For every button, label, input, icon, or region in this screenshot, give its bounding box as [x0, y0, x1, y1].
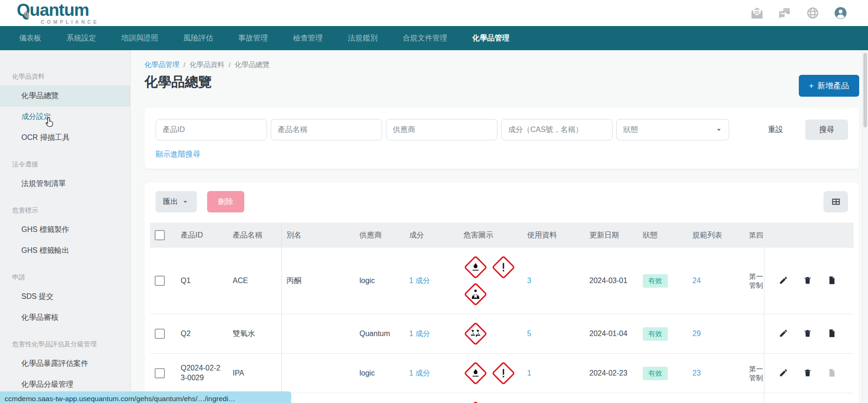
row-checkbox[interactable]: [155, 276, 165, 286]
search-button[interactable]: 搜尋: [805, 119, 848, 140]
cell-class4: [749, 393, 764, 403]
table-row: Q2雙氧水Quantum1 成分52024-01-04有效29: [150, 314, 854, 354]
grid-icon: [831, 197, 841, 207]
breadcrumb-item[interactable]: 化學品管理: [144, 60, 179, 69]
select-checkbox: [150, 314, 176, 353]
nav-item-2[interactable]: 系統設定: [54, 26, 109, 50]
cell-updated-date: 2024-03-01: [585, 248, 638, 314]
globe-icon[interactable]: [806, 6, 820, 20]
usage-data-link[interactable]: 1: [527, 369, 531, 377]
trash-icon: [803, 329, 812, 338]
sidebar-item[interactable]: 化學品審核: [0, 307, 130, 328]
forward-message-icon[interactable]: [778, 6, 792, 20]
status-badge: 有效: [643, 274, 668, 288]
hazard-pictograms: [463, 361, 517, 385]
sidebar-item[interactable]: 成分設定: [0, 106, 130, 127]
cell-class4: [749, 314, 764, 353]
mail-open-icon[interactable]: [750, 6, 764, 20]
row-delete-button[interactable]: [803, 368, 813, 378]
edit-button[interactable]: [778, 368, 789, 378]
supplier-input[interactable]: [386, 119, 497, 140]
row-delete-button[interactable]: [803, 329, 813, 339]
status-badge: 有效: [638, 248, 688, 314]
document-button[interactable]: [827, 368, 837, 378]
column-header-id: 產品ID: [176, 223, 228, 248]
cell-actions: [764, 354, 854, 393]
file-icon: [827, 329, 836, 338]
cell-class4: 第一管制: [749, 354, 764, 393]
nav-item-1[interactable]: 儀表板: [7, 26, 54, 50]
nav-item-8[interactable]: 合規文件管理: [390, 26, 460, 50]
brand-tagline: COMPLIANCE: [41, 20, 99, 25]
cell-supplier-text: logic: [359, 276, 375, 286]
nav-item-6[interactable]: 檢查管理: [281, 26, 335, 50]
ingredient-count-link[interactable]: 1 成分: [409, 276, 430, 286]
products-table: 產品ID產品名稱別名供應商成分危害圖示使用資料更新日期狀態規範列表第四Q1ACE…: [150, 223, 854, 403]
spec-list-link[interactable]: 24: [692, 277, 701, 285]
nav-item-9[interactable]: 化學品管理: [460, 26, 522, 50]
status-badge: 有效: [638, 314, 688, 353]
file-icon: [827, 276, 836, 285]
cell-product-id: Q1: [176, 248, 228, 314]
export-button[interactable]: 匯出: [156, 191, 197, 212]
spec-list-link[interactable]: 29: [692, 330, 701, 338]
usage-data-link[interactable]: 5: [527, 330, 531, 338]
sidebar-item[interactable]: OCR 掃描工具: [0, 127, 130, 148]
row-checkbox[interactable]: [155, 329, 165, 339]
table-header-row: 產品ID產品名稱別名供應商成分危害圖示使用資料更新日期狀態規範列表第四: [150, 223, 854, 248]
account-icon[interactable]: [834, 6, 848, 20]
spec-list-link: 33: [688, 393, 749, 403]
pencil-icon: [779, 368, 788, 377]
ingredient-count-link[interactable]: 1 成分: [409, 369, 430, 378]
sidebar-item[interactable]: GHS 標籤輸出: [0, 240, 130, 261]
row-delete-button[interactable]: [803, 276, 813, 286]
nav-item-5[interactable]: 事故管理: [226, 26, 281, 50]
document-button[interactable]: [827, 329, 837, 339]
breadcrumb: 化學品管理/化學品資料/化學品總覽: [144, 60, 859, 69]
spec-list-link: 29: [688, 314, 749, 353]
sidebar-item[interactable]: SDS 提交: [0, 286, 130, 307]
nav-item-7[interactable]: 法規鑑別: [335, 26, 390, 50]
usage-data-link[interactable]: 3: [527, 277, 531, 285]
class4-text: 第一管制: [749, 364, 764, 383]
sidebar: 化學品資料化學品總覽成分設定OCR 掃描工具法令遵循法規管制清單危害標示GHS …: [0, 50, 131, 403]
nav-item-4[interactable]: 風險評估: [171, 26, 226, 50]
document-button[interactable]: [827, 276, 837, 286]
column-settings-button[interactable]: [823, 191, 848, 212]
sidebar-item[interactable]: 化學品總覽: [0, 86, 130, 106]
product-name-input[interactable]: [271, 119, 382, 140]
page-scrollbar[interactable]: [862, 50, 868, 403]
ghs-corrosive-icon: [463, 322, 488, 346]
cell-product-name: 雙氧水: [228, 314, 282, 353]
edit-button[interactable]: [778, 329, 789, 339]
nav-item-3[interactable]: 培訓與證照: [109, 26, 171, 50]
select-all-checkbox[interactable]: [155, 230, 165, 240]
spec-list-link: 23: [688, 354, 749, 393]
ingredient-cas-input[interactable]: [501, 119, 613, 140]
sidebar-item[interactable]: 法規管制清單: [0, 173, 130, 194]
row-checkbox[interactable]: [155, 368, 165, 378]
delete-button[interactable]: 刪除: [207, 191, 244, 212]
hazard-pictograms: [463, 255, 517, 306]
usage-data-link: 3: [522, 248, 585, 314]
cell-supplier: Quantum: [355, 314, 405, 353]
spec-list-link[interactable]: 23: [692, 369, 701, 377]
sidebar-item[interactable]: GHS 標籤製作: [0, 219, 130, 240]
scrollbar-thumb[interactable]: [863, 53, 867, 127]
column-header-status: 狀態: [638, 223, 688, 248]
cell-updated-date-text: 2024-01-04: [589, 329, 627, 339]
status-select[interactable]: 狀態: [616, 119, 729, 140]
sidebar-section-title: 法令遵循: [0, 156, 130, 173]
add-product-button[interactable]: + 新增產品: [799, 75, 859, 97]
edit-button[interactable]: [778, 276, 789, 286]
link-status-bar: ccmdemo.saas-tw-app.usequantum.com/gehs/…: [0, 391, 291, 403]
column-header-check: [150, 223, 176, 248]
product-id-input[interactable]: [156, 119, 267, 140]
cell-updated-date-text: 2024-02-23: [589, 369, 627, 378]
reset-button[interactable]: 重設: [768, 125, 783, 135]
advanced-search-link[interactable]: 顯示進階搜尋: [156, 150, 200, 159]
ingredient-count-link[interactable]: 1 成分: [409, 329, 430, 339]
quantum-logo[interactable]: Quantum COMPLIANCE: [17, 1, 99, 25]
sidebar-item[interactable]: 化學品暴露評估案件: [0, 353, 130, 374]
plus-icon: +: [809, 81, 814, 91]
